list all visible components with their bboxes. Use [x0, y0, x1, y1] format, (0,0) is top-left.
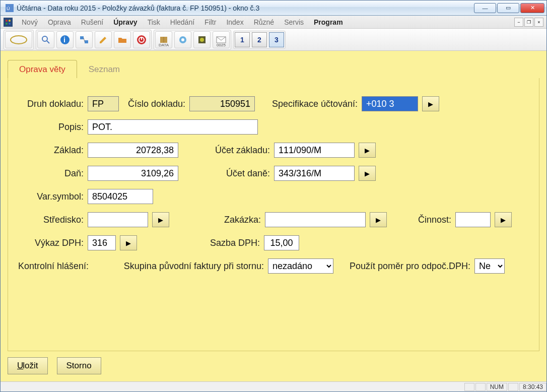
select-skupina-storno[interactable]: nezadáno	[268, 258, 333, 274]
monitor-icon	[197, 35, 207, 45]
label-cislo-dokladu: Číslo dokladu:	[125, 99, 185, 109]
minimize-button[interactable]: —	[474, 3, 496, 13]
menu-ruseni[interactable]: Rušení	[77, 17, 107, 27]
lookup-cinnost[interactable]: ▶	[495, 212, 512, 227]
field-vykaz-dph[interactable]	[88, 235, 116, 250]
tab-seznam[interactable]: Seznam	[77, 60, 131, 78]
mdi-close-button[interactable]: ×	[534, 18, 543, 27]
power-icon	[136, 35, 147, 45]
field-sazba-dph[interactable]	[264, 235, 299, 250]
field-stredisko[interactable]	[88, 212, 148, 227]
label-popis: Popis:	[18, 122, 84, 133]
close-button[interactable]: ✕	[520, 3, 544, 13]
label-specifikace: Specifikace účtování:	[263, 99, 358, 109]
lookup-vykaz-dph[interactable]: ▶	[120, 235, 137, 250]
field-cinnost[interactable]	[455, 212, 491, 227]
envelope-icon	[216, 36, 226, 43]
menu-servis[interactable]: Servis	[280, 17, 308, 27]
data-button[interactable]: DATA	[155, 31, 172, 48]
label-dan: Daň:	[18, 168, 84, 179]
field-popis[interactable]	[88, 119, 258, 135]
folder-button[interactable]	[114, 31, 131, 48]
svg-text:Ú: Ú	[7, 6, 10, 11]
monitor-button[interactable]	[193, 31, 211, 48]
mdi-restore-button[interactable]: ❐	[524, 18, 533, 27]
play-icon: ▶	[376, 216, 381, 224]
power-button[interactable]	[133, 31, 150, 48]
label-druh-dokladu: Druh dokladu:	[18, 99, 84, 109]
field-ucet-dane[interactable]	[274, 166, 355, 181]
menu-hledani[interactable]: Hledání	[166, 17, 198, 27]
window-3-button[interactable]: 3	[269, 32, 284, 47]
menu-program[interactable]: Program	[310, 17, 347, 27]
window-1-button[interactable]: 1	[235, 32, 250, 47]
menu-upravy[interactable]: Úpravy	[109, 17, 141, 27]
svg-point-7	[11, 36, 27, 44]
svg-point-4	[9, 20, 11, 22]
search-button[interactable]	[37, 31, 54, 48]
edit-button[interactable]	[95, 31, 112, 48]
statusbar: NUM 8:30:43	[1, 381, 546, 391]
svg-rect-2	[4, 18, 13, 27]
label-skupina-storno: Skupina původní faktury při stornu:	[108, 261, 264, 272]
label-sazba-dph: Sazba DPH:	[149, 238, 260, 248]
lookup-specifikace[interactable]: ▶	[422, 96, 439, 111]
svg-line-9	[47, 41, 49, 43]
logo-button[interactable]	[5, 31, 32, 48]
mail-button[interactable]: 0025	[213, 31, 230, 48]
menu-index[interactable]: Index	[222, 17, 247, 27]
tab-oprava-vety[interactable]: Oprava věty	[8, 60, 77, 78]
menubar: Nový Oprava Rušení Úpravy Tisk Hledání F…	[1, 16, 546, 29]
select-pouzit-pomer[interactable]: Ne	[474, 258, 505, 274]
label-vykaz-dph: Výkaz DPH:	[18, 238, 84, 248]
search-icon	[41, 35, 51, 45]
svg-marker-15	[100, 37, 106, 43]
titlebar: Ú Účtárna - Data roku 2015 - Položky záv…	[1, 1, 546, 16]
field-ucet-zakladu[interactable]	[274, 143, 355, 158]
info-button[interactable]: i	[56, 31, 74, 48]
menu-oprava[interactable]: Oprava	[44, 17, 75, 27]
menu-novy[interactable]: Nový	[18, 17, 42, 27]
folder-icon	[117, 35, 127, 45]
status-num: NUM	[487, 383, 507, 391]
app-window: Ú Účtárna - Data roku 2015 - Položky záv…	[0, 0, 547, 392]
svg-rect-13	[85, 40, 88, 43]
svg-point-24	[200, 38, 204, 42]
status-cell-empty1	[464, 383, 474, 391]
lookup-stredisko[interactable]: ▶	[152, 212, 169, 227]
mdi-minimize-button[interactable]: −	[514, 18, 523, 27]
label-ucet-zakladu: Účet základu:	[190, 145, 270, 156]
play-icon: ▶	[501, 216, 506, 224]
gear-icon	[178, 35, 188, 45]
lookup-ucet-zakladu[interactable]: ▶	[359, 143, 376, 158]
pencil-icon	[98, 35, 108, 45]
menu-tisk[interactable]: Tisk	[144, 17, 164, 27]
label-cinnost: Činnost:	[406, 215, 451, 225]
menu-filtr[interactable]: Filtr	[200, 17, 220, 27]
network-icon	[79, 35, 89, 45]
save-button[interactable]: Uložit	[8, 357, 48, 374]
status-time: 8:30:43	[519, 383, 546, 391]
svg-rect-12	[80, 36, 84, 39]
settings-button[interactable]	[174, 31, 191, 48]
svg-point-6	[9, 23, 11, 25]
network-button[interactable]	[76, 31, 93, 48]
maximize-button[interactable]: ▭	[497, 3, 519, 13]
cancel-button[interactable]: Storno	[57, 357, 101, 374]
field-zakazka[interactable]	[265, 212, 366, 227]
lookup-ucet-dane[interactable]: ▶	[359, 166, 376, 181]
field-var-symbol[interactable]	[88, 189, 153, 204]
menu-ruzne[interactable]: Různé	[250, 17, 278, 27]
window-2-button[interactable]: 2	[252, 32, 267, 47]
label-zakazka: Zakázka:	[181, 215, 261, 225]
svg-line-14	[84, 38, 85, 42]
status-cell-empty3	[508, 383, 518, 391]
info-icon: i	[60, 35, 70, 45]
field-zaklad[interactable]	[88, 143, 178, 158]
svg-point-3	[6, 20, 8, 22]
label-ucet-dane: Účet daně:	[190, 168, 270, 179]
lookup-zakazka[interactable]: ▶	[370, 212, 387, 227]
field-dan[interactable]	[88, 166, 178, 181]
play-icon: ▶	[126, 239, 131, 247]
field-specifikace[interactable]: +010 3	[362, 96, 418, 111]
